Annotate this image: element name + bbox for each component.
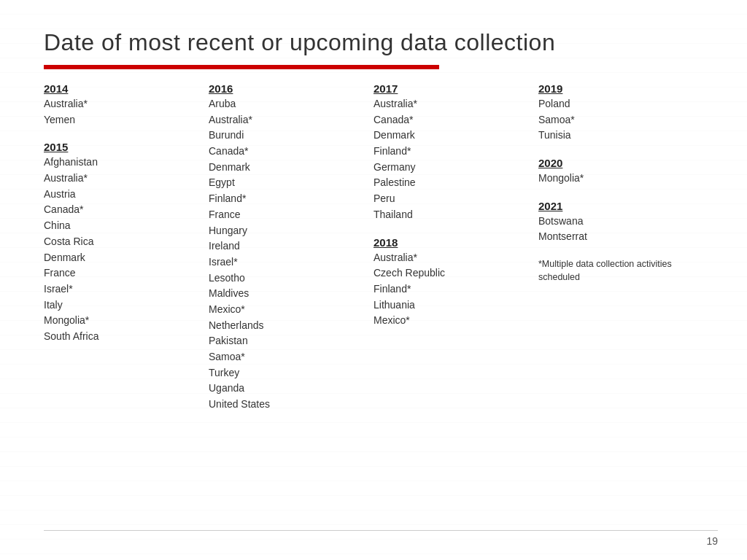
country-item: Pakistan [209, 333, 359, 349]
year-label-2014: 2014 [44, 82, 194, 95]
country-item: Botswana [538, 214, 689, 230]
page-title: Date of most recent or upcoming data col… [44, 29, 703, 56]
country-item: Lesotho [209, 271, 359, 287]
year-label-2017: 2017 [374, 82, 524, 95]
country-item: South Africa [44, 329, 194, 345]
country-item: Finland* [374, 144, 524, 160]
country-item: Australia* [44, 96, 194, 112]
country-item: Denmark [209, 160, 359, 176]
country-item: Palestine [374, 175, 524, 191]
country-item: Mongolia* [44, 313, 194, 329]
country-item: Turkey [209, 365, 359, 381]
country-item: Australia* [44, 171, 194, 187]
year-group-2014: 2014Australia*Yemen [44, 82, 194, 128]
year-label-2019: 2019 [538, 82, 689, 95]
page-number: 19 [706, 535, 718, 547]
year-label-2021: 2021 [538, 200, 689, 212]
country-item: Mexico* [209, 302, 359, 318]
country-item: Australia* [374, 250, 524, 266]
country-item: Poland [538, 96, 689, 112]
year-group-2019: 2019PolandSamoa*Tunisia [538, 82, 689, 144]
year-label-2015: 2015 [44, 141, 194, 153]
country-item: Australia* [374, 96, 524, 112]
country-item: Samoa* [209, 349, 359, 365]
country-item: Tunisia [538, 128, 689, 144]
country-item: Hungary [209, 223, 359, 239]
country-item: Israel* [209, 254, 359, 271]
country-item: Netherlands [209, 318, 359, 334]
country-item: Afghanistan [44, 155, 194, 171]
country-item: Peru [374, 191, 524, 207]
year-label-2020: 2020 [538, 157, 689, 169]
column-2: 2016ArubaAustralia*BurundiCanada*Denmark… [209, 82, 374, 426]
country-item: Finland* [209, 191, 359, 207]
country-item: Mexico* [374, 313, 524, 329]
country-item: Montserrat [538, 229, 689, 245]
country-item: Samoa* [538, 112, 689, 128]
country-item: Canada* [209, 144, 359, 160]
country-item: Lithuania [374, 298, 524, 314]
footnote: *Multiple data collection activities sch… [538, 258, 684, 284]
country-item: Maldives [209, 286, 359, 302]
year-group-2018: 2018Australia*Czech RepublicFinland*Lith… [374, 236, 524, 329]
country-item: France [44, 265, 194, 281]
year-group-2015: 2015AfghanistanAustralia*AustriaCanada*C… [44, 141, 194, 344]
country-item: Denmark [44, 250, 194, 266]
country-item: Uganda [209, 381, 359, 397]
red-divider [44, 65, 439, 69]
country-item: Burundi [209, 128, 359, 144]
country-item: Costa Rica [44, 234, 194, 250]
country-item: Thailand [374, 207, 524, 223]
country-item: Canada* [374, 112, 524, 128]
country-item: China [44, 218, 194, 234]
country-item: Aruba [209, 96, 359, 112]
year-group-2021: 2021BotswanaMontserrat [538, 200, 689, 245]
country-item: United States [209, 397, 359, 413]
country-item: Mongolia* [538, 171, 689, 187]
country-item: France [209, 207, 359, 223]
column-3: 2017Australia*Canada*DenmarkFinland*Germ… [374, 82, 538, 426]
country-item: Canada* [44, 202, 194, 218]
bottom-divider [44, 530, 718, 531]
year-group-2020: 2020Mongolia* [538, 157, 689, 187]
year-label-2016: 2016 [209, 82, 359, 95]
country-item: Israel* [44, 281, 194, 298]
column-4: 2019PolandSamoa*Tunisia2020Mongolia*2021… [538, 82, 703, 426]
column-1: 2014Australia*Yemen2015AfghanistanAustra… [44, 82, 209, 426]
country-item: Germany [374, 160, 524, 176]
year-label-2018: 2018 [374, 236, 524, 249]
year-group-2017: 2017Australia*Canada*DenmarkFinland*Germ… [374, 82, 524, 223]
country-item: Finland* [374, 281, 524, 298]
country-item: Yemen [44, 112, 194, 128]
country-item: Denmark [374, 128, 524, 144]
country-item: Austria [44, 187, 194, 203]
content-area: 2014Australia*Yemen2015AfghanistanAustra… [0, 82, 747, 426]
country-item: Italy [44, 298, 194, 314]
year-group-2016: 2016ArubaAustralia*BurundiCanada*Denmark… [209, 82, 359, 413]
country-item: Australia* [209, 112, 359, 128]
country-item: Czech Republic [374, 265, 524, 281]
country-item: Ireland [209, 238, 359, 254]
country-item: Egypt [209, 175, 359, 191]
